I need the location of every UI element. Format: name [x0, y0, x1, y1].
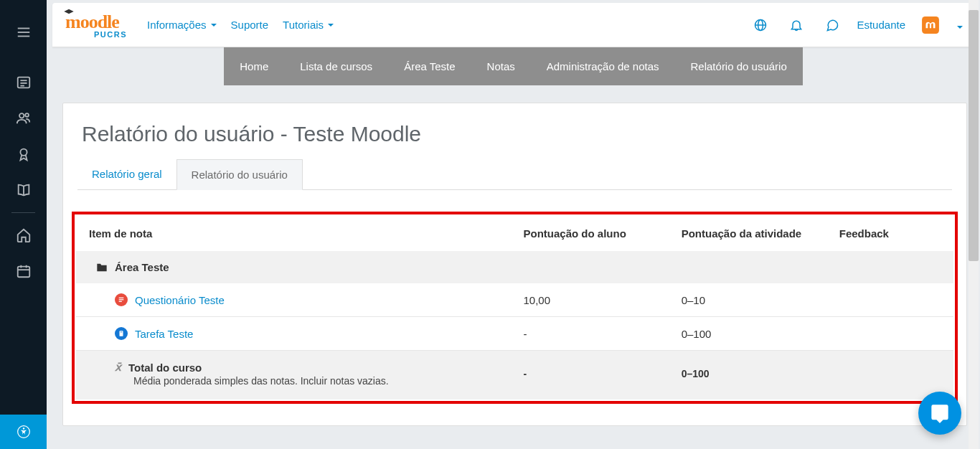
- quiz-icon: [115, 293, 128, 306]
- accessibility-button[interactable]: [0, 415, 47, 449]
- cell-score: -: [515, 351, 673, 400]
- language-icon[interactable]: [749, 14, 772, 37]
- chevron-down-icon: [211, 24, 217, 27]
- chevron-down-icon: [328, 24, 334, 27]
- cell-feedback: [831, 283, 953, 317]
- content-card: Relatório do usuário - Teste Moodle Rela…: [62, 103, 967, 426]
- menu-label: Tutoriais: [283, 19, 324, 31]
- menu-informacoes[interactable]: Informações: [143, 14, 221, 35]
- cell-range: 0–100: [673, 351, 831, 400]
- chat-button[interactable]: [918, 392, 961, 435]
- book-icon[interactable]: [0, 172, 47, 208]
- cell-feedback: [831, 317, 953, 351]
- tab-lista-cursos[interactable]: Lista de cursos: [284, 47, 388, 85]
- svg-point-16: [22, 427, 24, 430]
- category-name: Área Teste: [115, 261, 169, 273]
- category-row: Área Teste: [76, 251, 953, 283]
- list-icon[interactable]: [0, 65, 47, 100]
- svg-point-8: [25, 113, 29, 117]
- svg-point-9: [20, 149, 27, 156]
- tab-area-teste[interactable]: Área Teste: [388, 47, 471, 85]
- grades-table: Item de nota Pontuação do aluno Pontuaçã…: [76, 216, 953, 400]
- svg-rect-11: [17, 267, 29, 278]
- user-role-label[interactable]: Estudante: [857, 19, 905, 31]
- tab-relatorio-geral[interactable]: Relatório geral: [77, 159, 176, 189]
- menu-tutoriais[interactable]: Tutoriais: [278, 14, 338, 35]
- table-row: Questionário Teste 10,00 0–10: [76, 283, 953, 317]
- course-tabs: Home Lista de cursos Área Teste Notas Ad…: [47, 47, 980, 85]
- svg-rect-21: [119, 298, 124, 298]
- col-feedback: Feedback: [831, 216, 953, 251]
- tab-admin-notas[interactable]: Administração de notas: [531, 47, 675, 85]
- col-range: Pontuação da atividade: [673, 216, 831, 251]
- mean-icon: x̄: [115, 361, 121, 374]
- moodle-square-icon[interactable]: [918, 13, 943, 37]
- report-tabs: Relatório geral Relatório do usuário: [77, 159, 952, 190]
- bell-icon[interactable]: [785, 14, 808, 37]
- cell-range: 0–10: [673, 283, 831, 317]
- calendar-icon[interactable]: [0, 253, 47, 289]
- badge-icon[interactable]: [0, 136, 47, 172]
- top-menu: Informações Suporte Tutoriais: [143, 14, 338, 35]
- folder-icon: [96, 263, 108, 273]
- col-item: Item de nota: [76, 216, 515, 251]
- svg-rect-25: [121, 332, 123, 333]
- grades-table-highlight: Item de nota Pontuação do aluno Pontuaçã…: [72, 212, 958, 404]
- quiz-link[interactable]: Questionário Teste: [135, 294, 225, 306]
- cell-score: -: [515, 317, 673, 351]
- svg-rect-22: [119, 299, 124, 300]
- menu-suporte[interactable]: Suporte: [227, 14, 273, 35]
- cell-range: 0–100: [673, 317, 831, 351]
- cell-score: 10,00: [515, 283, 673, 317]
- total-desc: Média ponderada simples das notas. Inclu…: [115, 375, 507, 387]
- total-label: Total do curso: [128, 361, 202, 374]
- tab-relatorio-usuario[interactable]: Relatório do usuário: [675, 47, 803, 85]
- total-row: x̄ Total do curso Média ponderada simple…: [76, 351, 953, 400]
- svg-rect-23: [119, 301, 122, 302]
- assignment-link[interactable]: Tarefa Teste: [135, 328, 193, 340]
- menu-label: Informações: [147, 19, 207, 31]
- svg-point-7: [19, 113, 24, 118]
- users-icon[interactable]: [0, 100, 47, 136]
- topbar: moodle PUCRS Informações Suporte Tutoria…: [52, 3, 976, 47]
- user-dropdown-caret[interactable]: [956, 19, 963, 31]
- tab-notas[interactable]: Notas: [471, 47, 531, 85]
- logo[interactable]: moodle PUCRS: [65, 11, 127, 39]
- tab-relatorio-usuario-active[interactable]: Relatório do usuário: [176, 159, 303, 190]
- table-row: Tarefa Teste - 0–100: [76, 317, 953, 351]
- messages-icon[interactable]: [821, 14, 844, 37]
- assignment-icon: [115, 327, 128, 340]
- tab-home[interactable]: Home: [224, 47, 284, 85]
- col-score: Pontuação do aluno: [515, 216, 673, 251]
- hamburger-icon[interactable]: [0, 14, 47, 50]
- nav-rail: [0, 0, 47, 449]
- page-title: Relatório do usuário - Teste Moodle: [77, 122, 952, 146]
- menu-label: Suporte: [231, 19, 269, 31]
- svg-rect-24: [120, 331, 123, 336]
- home-icon[interactable]: [0, 217, 47, 253]
